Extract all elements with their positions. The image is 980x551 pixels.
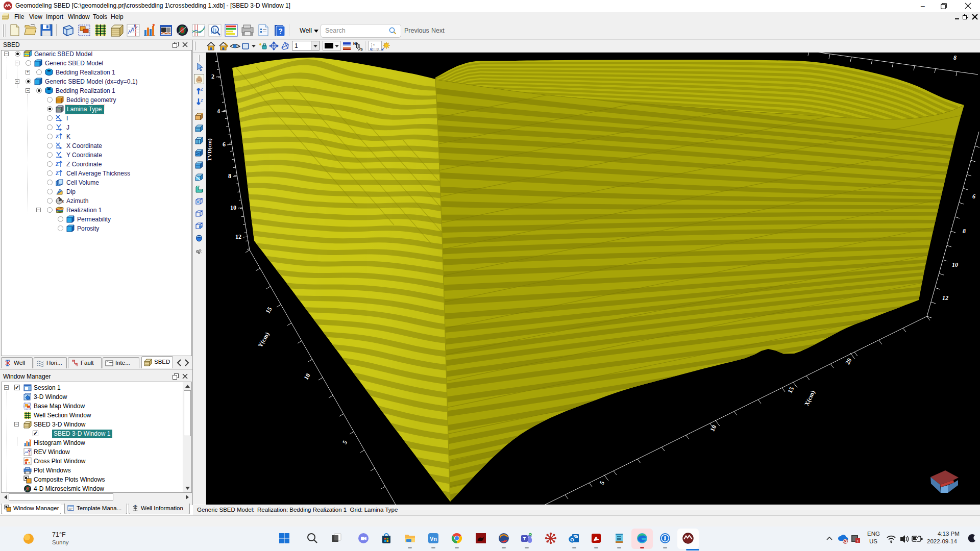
svg-text:E: E	[62, 200, 64, 203]
svg-text:Vn: Vn	[430, 536, 437, 542]
svg-text:O: O	[570, 537, 574, 542]
svg-text:8: 8	[953, 54, 957, 61]
svg-text:10: 10	[230, 204, 236, 211]
svg-text:6: 6	[972, 193, 975, 200]
svg-text:S: S	[360, 47, 363, 51]
svg-text:1: 1	[856, 539, 859, 543]
svg-text:x: x	[373, 43, 375, 46]
svg-text:N: N	[353, 42, 356, 45]
svg-text:6: 6	[223, 141, 226, 148]
svg-text:Z: Z	[56, 170, 59, 176]
svg-text:12: 12	[235, 233, 241, 240]
svg-text:12: 12	[942, 294, 948, 302]
svg-text:4: 4	[217, 108, 220, 115]
svg-text:N: N	[58, 197, 60, 199]
svg-text:Z: Z	[56, 134, 59, 139]
svg-text:y: y	[377, 47, 379, 51]
svg-text:Z: Z	[201, 98, 203, 103]
svg-text:TVD(cm): TVD(cm)	[206, 138, 213, 161]
svg-text:Z: Z	[201, 87, 203, 92]
svg-text:10: 10	[952, 261, 958, 268]
svg-text:2: 2	[211, 73, 214, 80]
svg-text:Z: Z	[56, 161, 59, 167]
svg-text:8: 8	[963, 228, 966, 235]
svg-text:?: ?	[278, 27, 283, 35]
svg-text:8: 8	[228, 172, 231, 180]
svg-text:T: T	[523, 536, 526, 541]
